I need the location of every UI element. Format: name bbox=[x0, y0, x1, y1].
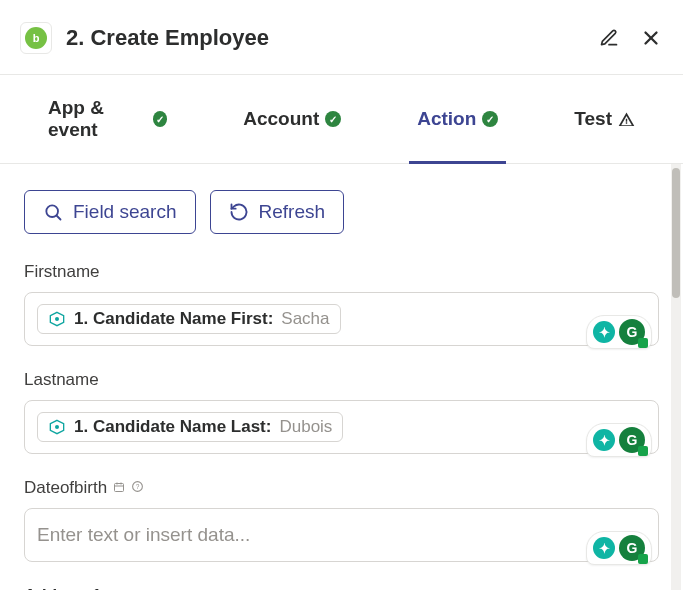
field-toolbar: Field search Refresh bbox=[24, 190, 659, 234]
content-scroll: Field search Refresh Firstname 1. Candid… bbox=[0, 164, 683, 590]
app-logo-icon: b bbox=[25, 27, 47, 49]
firstname-input[interactable]: 1. Candidate Name First: Sacha ✦ G bbox=[24, 292, 659, 346]
tab-label: Action bbox=[417, 108, 476, 130]
svg-line-3 bbox=[57, 216, 61, 220]
grammarly-icon[interactable]: G bbox=[619, 535, 645, 561]
mapped-value-pill[interactable]: 1. Candidate Name First: Sacha bbox=[37, 304, 341, 334]
calendar-hint-icon bbox=[113, 481, 125, 496]
check-circle-icon bbox=[325, 111, 341, 127]
tab-app-event[interactable]: App & event bbox=[40, 75, 175, 163]
grammarly-icon[interactable]: G bbox=[619, 319, 645, 345]
warning-triangle-icon bbox=[618, 111, 635, 128]
refresh-label: Refresh bbox=[259, 201, 326, 223]
refresh-icon bbox=[229, 202, 249, 222]
field-label: Dateofbirth ? bbox=[24, 478, 659, 498]
pill-value: Sacha bbox=[281, 309, 329, 329]
grammarly-icon[interactable]: G bbox=[619, 427, 645, 453]
source-app-icon bbox=[48, 418, 66, 436]
pill-label: 1. Candidate Name Last: bbox=[74, 417, 271, 437]
field-search-label: Field search bbox=[73, 201, 177, 223]
tab-test[interactable]: Test bbox=[566, 75, 643, 163]
input-placeholder: Enter text or insert data... bbox=[37, 524, 250, 546]
insert-data-icon[interactable]: ✦ bbox=[593, 321, 615, 343]
svg-point-5 bbox=[55, 317, 59, 321]
form-content: Field search Refresh Firstname 1. Candid… bbox=[0, 164, 683, 590]
tab-label: Test bbox=[574, 108, 612, 130]
search-icon bbox=[43, 202, 63, 222]
close-icon[interactable] bbox=[639, 26, 663, 50]
field-label: Lastname bbox=[24, 370, 659, 390]
field-lastname: Lastname 1. Candidate Name Last: Dubois … bbox=[24, 370, 659, 454]
tab-label: Account bbox=[243, 108, 319, 130]
field-helper-icons: ✦ G bbox=[586, 531, 652, 565]
lastname-input[interactable]: 1. Candidate Name Last: Dubois ✦ G bbox=[24, 400, 659, 454]
dateofbirth-input[interactable]: Enter text or insert data... ✦ G bbox=[24, 508, 659, 562]
edit-icon[interactable] bbox=[597, 26, 621, 50]
step-header: b 2. Create Employee bbox=[0, 0, 683, 75]
info-icon[interactable]: ? bbox=[131, 480, 144, 496]
app-badge: b bbox=[20, 22, 52, 54]
svg-point-7 bbox=[55, 425, 59, 429]
check-circle-icon bbox=[482, 111, 498, 127]
field-search-button[interactable]: Field search bbox=[24, 190, 196, 234]
header-actions bbox=[597, 26, 663, 50]
field-dateofbirth: Dateofbirth ? Enter text or insert data.… bbox=[24, 478, 659, 562]
insert-data-icon[interactable]: ✦ bbox=[593, 537, 615, 559]
field-label: Address1 bbox=[24, 586, 659, 590]
svg-text:?: ? bbox=[136, 483, 140, 490]
tabs: App & event Account Action Test bbox=[0, 75, 683, 164]
tab-account[interactable]: Account bbox=[235, 75, 349, 163]
check-circle-icon bbox=[153, 111, 167, 127]
pill-value: Dubois bbox=[279, 417, 332, 437]
scrollbar-thumb[interactable] bbox=[672, 168, 680, 298]
svg-rect-8 bbox=[115, 483, 124, 491]
mapped-value-pill[interactable]: 1. Candidate Name Last: Dubois bbox=[37, 412, 343, 442]
pill-label: 1. Candidate Name First: bbox=[74, 309, 273, 329]
field-helper-icons: ✦ G bbox=[586, 423, 652, 457]
field-label-text: Dateofbirth bbox=[24, 478, 107, 498]
field-label: Firstname bbox=[24, 262, 659, 282]
scrollbar-track[interactable] bbox=[671, 164, 681, 590]
step-title: 2. Create Employee bbox=[66, 25, 583, 51]
source-app-icon bbox=[48, 310, 66, 328]
field-helper-icons: ✦ G bbox=[586, 315, 652, 349]
field-firstname: Firstname 1. Candidate Name First: Sacha… bbox=[24, 262, 659, 346]
tab-label: App & event bbox=[48, 97, 147, 141]
insert-data-icon[interactable]: ✦ bbox=[593, 429, 615, 451]
refresh-button[interactable]: Refresh bbox=[210, 190, 345, 234]
tab-action[interactable]: Action bbox=[409, 75, 506, 163]
